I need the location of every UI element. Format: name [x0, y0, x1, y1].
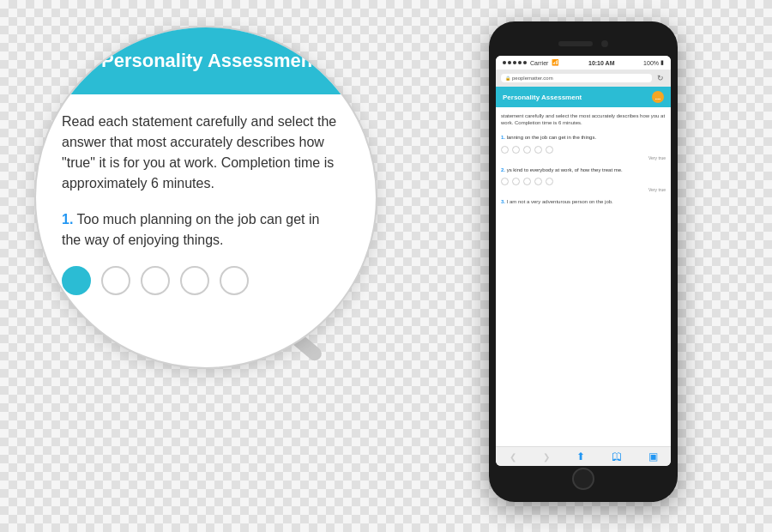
bookmarks-icon[interactable]: 🕮	[612, 450, 622, 462]
tabs-icon[interactable]: ▣	[648, 450, 658, 462]
browser-url[interactable]: 🔒 peoplematter.com	[501, 74, 652, 82]
app-radio2-1[interactable]	[501, 178, 509, 185]
app-radio1-5[interactable]	[546, 146, 553, 154]
app-radio2-4[interactable]	[534, 178, 542, 185]
status-time: 10:10 AM	[588, 60, 614, 66]
very-true-label1: Very true	[501, 155, 666, 161]
app-q1: 1. lanning on the job can get in the thi…	[501, 134, 666, 141]
magnifier-circle: 8 Personality Assessment Read each state…	[34, 26, 377, 369]
mag-badge: 8	[53, 43, 89, 79]
q1-number: 1.	[62, 212, 73, 227]
home-button[interactable]	[572, 468, 594, 490]
app-radio1-1[interactable]	[501, 146, 509, 154]
signal-area: Carrier 📶	[503, 59, 559, 66]
q1-text: Too much planning on the job can get in …	[62, 212, 319, 247]
mag-instruction: Read each statement carefully and select…	[62, 112, 341, 194]
app-radio2-2[interactable]	[512, 178, 520, 185]
refresh-icon[interactable]: ↻	[655, 73, 666, 83]
app-q3-num: 3.	[501, 199, 505, 204]
radio-5[interactable]	[220, 266, 249, 295]
share-icon[interactable]: ⬆	[576, 450, 585, 462]
app-q1-num: 1.	[501, 135, 505, 140]
radio-1[interactable]	[62, 266, 91, 295]
radio-3[interactable]	[141, 266, 170, 295]
battery-label: 100%	[643, 60, 659, 66]
signal-dot5	[523, 61, 527, 64]
app-q2: 2. ys kind to everybody at work, of how …	[501, 166, 666, 173]
app-q2-text: ys kind to everybody at work, of how the…	[507, 167, 623, 172]
mag-radio-row	[62, 266, 341, 295]
forward-button[interactable]: ❯	[543, 452, 550, 462]
wifi-icon: 📶	[552, 59, 559, 66]
lock-icon: 🔒	[505, 76, 510, 81]
phone-camera	[601, 40, 608, 47]
app-radio1-2[interactable]	[512, 146, 520, 154]
app-q1-text: lanning on the job can get in the things…	[507, 135, 596, 140]
phone-screen: Carrier 📶 10:10 AM 100% ▮ 🔒 peoplematter…	[496, 56, 671, 466]
signal-dot4	[518, 61, 522, 64]
status-bar: Carrier 📶 10:10 AM 100% ▮	[496, 56, 671, 70]
app-q3: 3. I am not a very adventurous person on…	[501, 198, 666, 205]
mag-header: 8 Personality Assessment	[36, 27, 376, 94]
app-radio2-3[interactable]	[523, 178, 531, 185]
signal-dot2	[508, 61, 511, 64]
signal-dot3	[513, 61, 516, 64]
ios-nav[interactable]: ❮ ❯ ⬆ 🕮 ▣	[496, 446, 671, 466]
app-radio-row2	[501, 178, 666, 185]
app-header: Personality Assessment ...	[496, 87, 671, 107]
phone-speaker	[558, 41, 593, 46]
radio-2[interactable]	[101, 266, 130, 295]
back-button[interactable]: ❮	[510, 452, 516, 462]
battery-area: 100% ▮	[643, 59, 664, 66]
very-true-label2: Very true	[501, 187, 666, 193]
app-radio2-5[interactable]	[546, 178, 553, 185]
more-options-icon: ...	[655, 94, 661, 101]
app-q3-text: I am not a very adventurous person on th…	[507, 199, 613, 204]
carrier-label: Carrier	[530, 60, 548, 66]
signal-dot1	[503, 61, 506, 64]
app-radio1-4[interactable]	[534, 146, 542, 154]
app-instruction: statement carefully and select the most …	[501, 112, 666, 127]
more-options-button[interactable]: ...	[652, 91, 664, 103]
mag-title: Personality Assessment	[101, 50, 319, 72]
mag-question1: 1. Too much planning on the job can get …	[62, 209, 341, 251]
app-q2-num: 2.	[501, 167, 505, 172]
phone-bottom	[496, 466, 671, 492]
battery-icon: ▮	[660, 59, 664, 66]
app-header-title: Personality Assessment	[503, 94, 582, 101]
radio-4[interactable]	[180, 266, 209, 295]
app-radio1-3[interactable]	[523, 146, 531, 154]
phone: Carrier 📶 10:10 AM 100% ▮ 🔒 peoplematter…	[489, 21, 678, 502]
browser-bar[interactable]: 🔒 peoplematter.com ↻	[496, 70, 671, 87]
phone-top	[496, 32, 671, 56]
app-content: statement carefully and select the most …	[496, 107, 671, 446]
app-radio-row1	[501, 146, 666, 154]
url-text: peoplematter.com	[512, 76, 553, 81]
